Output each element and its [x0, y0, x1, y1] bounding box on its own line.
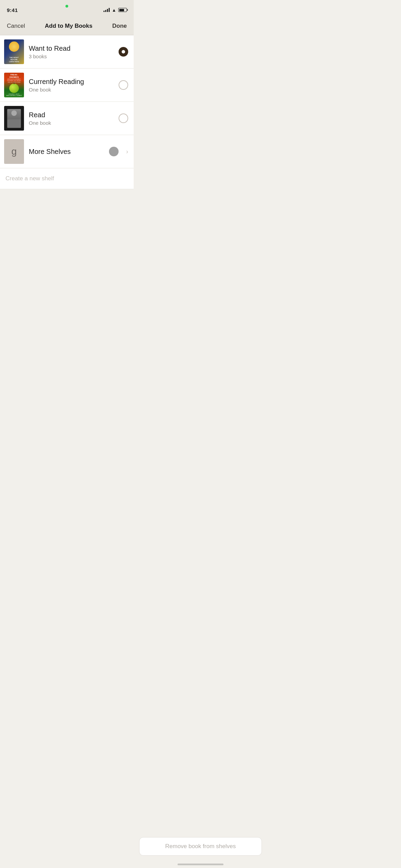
shelf-list: THE NIGHTBEFORECHRISTMAS Want to Read 3 …	[0, 35, 134, 168]
done-button[interactable]: Done	[112, 23, 127, 29]
shelf-cover-read	[4, 106, 24, 131]
create-shelf-placeholder[interactable]: Create a new shelf	[5, 175, 54, 182]
shelf-name-currently-reading: Currently Reading	[29, 77, 114, 86]
shelf-cover-currently-reading: FREAK-ONOMICS A ROGUE ECONOMISTEXPLAINS …	[4, 73, 24, 97]
status-bar: 9:41 ▲	[0, 0, 134, 17]
cancel-button[interactable]: Cancel	[7, 23, 25, 29]
shelf-cover-more-shelves: g	[4, 139, 24, 164]
shelf-name-more-shelves: More Shelves	[29, 147, 104, 156]
more-shelves-indicator	[109, 147, 119, 156]
wifi-icon: ▲	[112, 8, 116, 13]
chevron-right-icon: ›	[126, 148, 128, 155]
empty-area	[0, 189, 134, 326]
shelf-count-read: One book	[29, 120, 114, 126]
status-icons: ▲	[104, 8, 127, 13]
shelf-radio-currently-reading[interactable]	[119, 80, 128, 90]
shelf-name-want-to-read: Want to Read	[29, 44, 114, 52]
shelf-item-more-shelves[interactable]: g More Shelves ›	[0, 135, 134, 168]
shelf-radio-read[interactable]	[119, 113, 128, 123]
battery-icon	[118, 8, 127, 12]
shelf-cover-want-to-read: THE NIGHTBEFORECHRISTMAS	[4, 39, 24, 64]
shelf-item-read[interactable]: Read One book	[0, 102, 134, 135]
status-time: 9:41	[7, 7, 18, 13]
shelf-item-want-to-read[interactable]: THE NIGHTBEFORECHRISTMAS Want to Read 3 …	[0, 35, 134, 69]
signal-icon	[104, 8, 110, 12]
sheet-title: Add to My Books	[45, 23, 93, 29]
shelf-item-currently-reading[interactable]: FREAK-ONOMICS A ROGUE ECONOMISTEXPLAINS …	[0, 69, 134, 102]
nav-bar: Cancel Add to My Books Done	[0, 17, 134, 35]
shelf-count-want-to-read: 3 books	[29, 53, 114, 59]
shelf-count-currently-reading: One book	[29, 87, 114, 93]
shelf-name-read: Read	[29, 111, 114, 119]
create-new-shelf[interactable]: Create a new shelf	[0, 168, 134, 189]
shelf-radio-want-to-read[interactable]	[119, 47, 128, 57]
freakonomics-apple	[9, 84, 19, 93]
green-dot	[65, 5, 68, 8]
